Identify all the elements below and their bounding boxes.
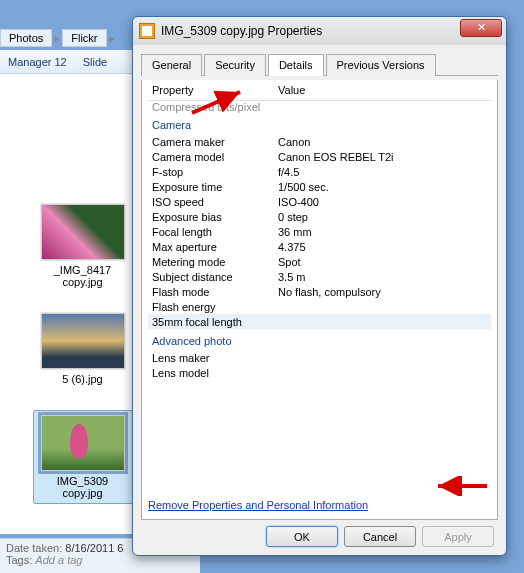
ok-button[interactable]: OK bbox=[266, 526, 338, 547]
chevron-right-icon: ▸ bbox=[52, 32, 62, 45]
property-value: Canon bbox=[278, 136, 491, 148]
property-name: Lens maker bbox=[148, 352, 278, 364]
property-row[interactable]: Camera makerCanon bbox=[148, 134, 491, 149]
thumbnail-label: 5 (6).jpg bbox=[33, 373, 133, 385]
breadcrumb-item[interactable]: Flickr bbox=[62, 29, 106, 47]
thumbnail-label: IMG_5309 copy.jpg bbox=[38, 475, 128, 499]
property-name: Camera maker bbox=[148, 136, 278, 148]
property-name: F-stop bbox=[148, 166, 278, 178]
property-row[interactable]: F-stopf/4.5 bbox=[148, 164, 491, 179]
property-value bbox=[278, 367, 491, 379]
property-value: ISO-400 bbox=[278, 196, 491, 208]
property-row[interactable]: ISO speedISO-400 bbox=[148, 194, 491, 209]
property-value: 0 step bbox=[278, 211, 491, 223]
property-row[interactable]: Focal length36 mm bbox=[148, 224, 491, 239]
property-value bbox=[278, 301, 491, 313]
property-row[interactable]: Metering modeSpot bbox=[148, 254, 491, 269]
property-list[interactable]: Compressed bits/pixelCameraCamera makerC… bbox=[148, 101, 491, 491]
tags-label: Tags: bbox=[6, 554, 32, 566]
property-value: Canon EOS REBEL T2i bbox=[278, 151, 491, 163]
property-row[interactable]: Lens maker bbox=[148, 350, 491, 365]
property-name: Flash energy bbox=[148, 301, 278, 313]
property-name: Metering mode bbox=[148, 256, 278, 268]
properties-dialog: IMG_5309 copy.jpg Properties ✕ GeneralSe… bbox=[132, 16, 507, 556]
tab-security[interactable]: Security bbox=[204, 54, 266, 76]
property-name: Flash mode bbox=[148, 286, 278, 298]
remove-properties-link[interactable]: Remove Properties and Personal Informati… bbox=[148, 499, 368, 511]
property-name: Subject distance bbox=[148, 271, 278, 283]
thumbnail-image bbox=[41, 204, 125, 260]
tab-details[interactable]: Details bbox=[268, 54, 324, 76]
thumbnail-label: _IMG_8417 copy.jpg bbox=[33, 264, 133, 288]
toolbar-item[interactable]: Slide bbox=[75, 56, 115, 68]
breadcrumb[interactable]: Photos ▸ Flickr ▸ bbox=[0, 28, 117, 48]
property-name: Max aperture bbox=[148, 241, 278, 253]
section-header: Camera bbox=[148, 113, 491, 134]
thumbnail-image bbox=[41, 313, 125, 369]
thumbnail-image bbox=[41, 415, 125, 471]
property-name: Exposure bias bbox=[148, 211, 278, 223]
property-value: 3.5 m bbox=[278, 271, 491, 283]
thumbnail[interactable]: IMG_5309 copy.jpg bbox=[33, 410, 133, 504]
property-row[interactable]: Max aperture4.375 bbox=[148, 239, 491, 254]
toolbar-item[interactable]: Manager 12 bbox=[0, 56, 75, 68]
property-row: Compressed bits/pixel bbox=[148, 101, 491, 113]
property-row[interactable]: Exposure bias0 step bbox=[148, 209, 491, 224]
chevron-right-icon: ▸ bbox=[107, 32, 117, 45]
header-value: Value bbox=[278, 84, 491, 96]
file-icon bbox=[139, 23, 155, 39]
property-value: 4.375 bbox=[278, 241, 491, 253]
header-property: Property bbox=[148, 84, 278, 96]
property-name: 35mm focal length bbox=[148, 316, 278, 328]
property-row[interactable]: Camera modelCanon EOS REBEL T2i bbox=[148, 149, 491, 164]
date-taken-label: Date taken: bbox=[6, 542, 62, 554]
property-name: Focal length bbox=[148, 226, 278, 238]
property-row[interactable]: Subject distance3.5 m bbox=[148, 269, 491, 284]
property-value: Spot bbox=[278, 256, 491, 268]
property-value: No flash, compulsory bbox=[278, 286, 491, 298]
add-tag-link[interactable]: Add a tag bbox=[35, 554, 82, 566]
close-button[interactable]: ✕ bbox=[460, 19, 502, 37]
property-value bbox=[278, 352, 491, 364]
date-taken-value: 8/16/2011 6 bbox=[65, 542, 123, 554]
property-row[interactable]: Flash modeNo flash, compulsory bbox=[148, 284, 491, 299]
section-header: Advanced photo bbox=[148, 329, 491, 350]
thumbnail[interactable]: _IMG_8417 copy.jpg bbox=[33, 204, 133, 288]
property-row[interactable]: 35mm focal length bbox=[148, 314, 491, 329]
window-title: IMG_5309 copy.jpg Properties bbox=[161, 24, 322, 38]
property-name: Lens model bbox=[148, 367, 278, 379]
tab-general[interactable]: General bbox=[141, 54, 202, 76]
thumbnail[interactable]: 5 (6).jpg bbox=[33, 313, 133, 385]
property-name: ISO speed bbox=[148, 196, 278, 208]
tabs: GeneralSecurityDetailsPrevious Versions bbox=[141, 53, 498, 76]
tab-previous-versions[interactable]: Previous Versions bbox=[326, 54, 436, 76]
property-name: Camera model bbox=[148, 151, 278, 163]
property-name: Exposure time bbox=[148, 181, 278, 193]
property-row[interactable]: Lens model bbox=[148, 365, 491, 380]
breadcrumb-item[interactable]: Photos bbox=[0, 29, 52, 47]
property-value bbox=[278, 316, 491, 328]
property-row[interactable]: Flash energy bbox=[148, 299, 491, 314]
titlebar[interactable]: IMG_5309 copy.jpg Properties ✕ bbox=[133, 17, 506, 45]
property-value: f/4.5 bbox=[278, 166, 491, 178]
property-header: Property Value bbox=[148, 80, 491, 101]
property-value: 1/500 sec. bbox=[278, 181, 491, 193]
property-row[interactable]: Exposure time1/500 sec. bbox=[148, 179, 491, 194]
apply-button[interactable]: Apply bbox=[422, 526, 494, 547]
details-panel: Property Value Compressed bits/pixelCame… bbox=[141, 80, 498, 520]
cancel-button[interactable]: Cancel bbox=[344, 526, 416, 547]
property-value: 36 mm bbox=[278, 226, 491, 238]
